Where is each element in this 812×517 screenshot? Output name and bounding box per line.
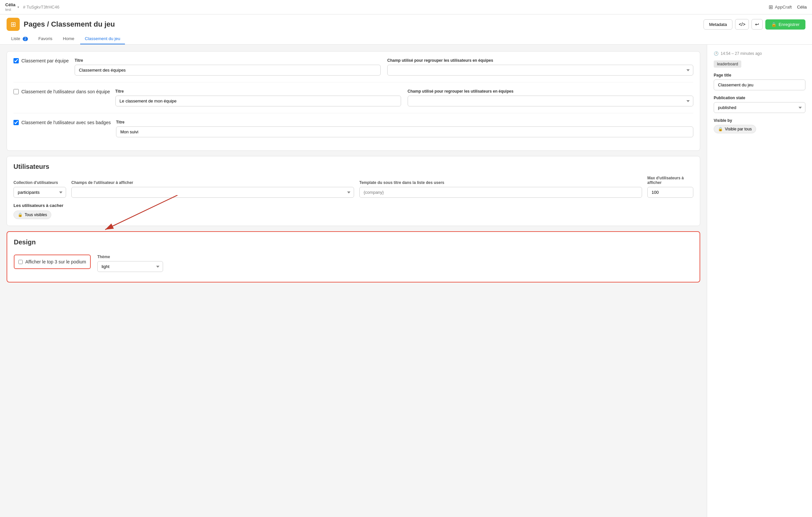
- sidebar-lock-icon: 🔒: [718, 127, 723, 131]
- caches-btn[interactable]: 🔒 Tous visibles: [13, 211, 51, 219]
- badges-titre-label: Titre: [116, 120, 693, 124]
- code-button[interactable]: </>: [735, 19, 749, 30]
- hash-id: # TuSgkvT3frHC46: [23, 5, 59, 9]
- sidebar-publication-select[interactable]: published draft: [714, 102, 806, 113]
- sidebar: 🕐 14:54 – 27 minutes ago leaderboard Pag…: [707, 45, 812, 517]
- utilisateurs-title: Utilisateurs: [13, 163, 693, 171]
- equipe-titre-input[interactable]: [75, 65, 381, 75]
- util-equipe-champ-label: Champ utilisé pour regrouper les utilisa…: [408, 89, 693, 94]
- user-name: Célia: [5, 2, 16, 7]
- utilisateurs-grid: Collection d'utilisateurs participants C…: [13, 176, 693, 198]
- row-equipe: Classement par équipe Titre Champ utilis…: [13, 58, 693, 83]
- equipe-content: Titre Champ utilisé pour regrouper les u…: [75, 58, 693, 75]
- utilisateurs-card: Utilisateurs Collection d'utilisateurs p…: [6, 156, 700, 226]
- theme-select[interactable]: light dark: [97, 261, 163, 272]
- classement-card: Classement par équipe Titre Champ utilis…: [6, 51, 700, 151]
- appcraft-grid-icon: ⊞: [768, 4, 773, 10]
- equipe-titre-label: Titre: [75, 58, 381, 63]
- tabs-nav: Liste 2 Favoris Home Classement du jeu: [6, 33, 806, 44]
- util-equipe-titre-label: Titre: [115, 89, 401, 94]
- save-button[interactable]: 🔒 Enregistrer: [765, 20, 806, 30]
- caches-label: Les utilisateurs à cacher: [13, 203, 693, 208]
- equipe-titre-group: Titre: [75, 58, 381, 75]
- sidebar-visible-field: Visible by 🔒 Visible par tous: [714, 118, 806, 133]
- checkbox-util-equipe[interactable]: [13, 89, 19, 94]
- checkbox-util-equipe-label: Classement de l'utilisateur dans son équ…: [13, 89, 110, 94]
- sidebar-visible-btn-label: Visible par tous: [725, 127, 752, 131]
- design-section-container: Design Afficher le top 3 sur le podium T…: [6, 231, 700, 282]
- page-title-left: ⊞ Pages / Classement du jeu: [6, 18, 115, 31]
- badges-content: Titre: [116, 120, 693, 137]
- sidebar-publication-field: Publication state published draft: [714, 96, 806, 113]
- page-header: ⊞ Pages / Classement du jeu Metadata </>…: [0, 14, 812, 45]
- sidebar-visible-btn[interactable]: 🔒 Visible par tous: [714, 125, 756, 133]
- history-button[interactable]: ↩: [752, 19, 763, 30]
- equipe-champ-select[interactable]: [387, 65, 693, 75]
- champs-select[interactable]: [71, 187, 354, 198]
- save-icon: 🔒: [771, 22, 777, 27]
- sidebar-page-title-input[interactable]: [714, 80, 806, 90]
- page-icon: ⊞: [6, 18, 20, 31]
- podium-checkbox-wrapper[interactable]: Afficher le top 3 sur le podium: [14, 254, 91, 269]
- sidebar-visible-label: Visible by: [714, 118, 806, 123]
- tab-home-label: Home: [63, 36, 74, 41]
- appcraft-logo: ⊞ AppCraft: [768, 4, 792, 10]
- checkbox-badges-label: Classement de l'utilisateur avec ses bad…: [13, 120, 111, 125]
- tab-liste-badge: 2: [23, 37, 28, 41]
- caches-btn-label: Tous visibles: [25, 213, 47, 217]
- badges-titre-group: Titre: [116, 120, 693, 137]
- sidebar-time: 🕐 14:54 – 27 minutes ago: [714, 51, 806, 56]
- tab-classement[interactable]: Classement du jeu: [80, 33, 125, 44]
- champs-label: Champs de l'utilisateur à afficher: [71, 180, 354, 185]
- chevron-down-icon: ▾: [18, 5, 19, 9]
- tab-liste[interactable]: Liste 2: [6, 33, 33, 44]
- page-title-row: ⊞ Pages / Classement du jeu Metadata </>…: [6, 18, 806, 31]
- clock-icon: 🕐: [714, 51, 719, 56]
- tab-favoris-label: Favoris: [38, 36, 53, 41]
- metadata-button[interactable]: Metadata: [703, 20, 732, 30]
- caches-section: Les utilisateurs à cacher 🔒 Tous visible…: [13, 203, 693, 219]
- equipe-champ-label: Champ utilisé pour regrouper les utilisa…: [387, 58, 693, 63]
- nav-left: Célia test ▾ # TuSgkvT3frHC46: [5, 2, 59, 12]
- sidebar-time-text: 14:54 – 27 minutes ago: [721, 51, 762, 56]
- appcraft-label: AppCraft: [775, 5, 792, 9]
- template-label: Template du sous titre dans la liste des…: [359, 180, 642, 185]
- equipe-label-text: Classement par équipe: [21, 58, 69, 63]
- save-label: Enregistrer: [779, 22, 800, 27]
- util-equipe-label-text: Classement de l'utilisateur dans son équ…: [21, 89, 110, 94]
- design-card: Design Afficher le top 3 sur le podium T…: [6, 231, 700, 282]
- util-equipe-titre-group: Titre: [115, 89, 401, 107]
- max-label: Max d'utilisateurs à afficher: [647, 176, 693, 185]
- design-title: Design: [14, 239, 693, 246]
- util-equipe-titre-input[interactable]: [115, 96, 401, 107]
- theme-label: Thème: [97, 254, 163, 259]
- podium-checkbox[interactable]: [19, 260, 23, 264]
- page-title: Pages / Classement du jeu: [24, 20, 115, 29]
- util-equipe-champ-select[interactable]: [408, 96, 693, 107]
- util-equipe-champ-group: Champ utilisé pour regrouper les utilisa…: [408, 89, 693, 107]
- page-actions: Metadata </> ↩ 🔒 Enregistrer: [703, 19, 806, 30]
- page-icon-layers: ⊞: [10, 20, 16, 28]
- tab-home[interactable]: Home: [58, 33, 79, 44]
- user-info: Célia test: [5, 2, 16, 12]
- template-group: Template du sous titre dans la liste des…: [359, 180, 642, 198]
- user-menu[interactable]: Célia test ▾: [5, 2, 19, 12]
- tab-classement-label: Classement du jeu: [85, 36, 120, 41]
- sidebar-page-title-field: Page title: [714, 73, 806, 90]
- row-utilisateur-equipe: Classement de l'utilisateur dans son équ…: [13, 89, 693, 113]
- checkbox-equipe-label: Classement par équipe: [13, 58, 69, 63]
- equipe-champ-group: Champ utilisé pour regrouper les utilisa…: [387, 58, 693, 75]
- content-area: Classement par équipe Titre Champ utilis…: [0, 45, 707, 517]
- collection-select[interactable]: participants: [13, 187, 66, 198]
- checkbox-badges[interactable]: [13, 120, 19, 125]
- template-input[interactable]: [359, 187, 642, 198]
- tab-liste-label: Liste: [11, 36, 20, 41]
- max-input[interactable]: [647, 187, 693, 198]
- design-inner: Afficher le top 3 sur le podium Thème li…: [14, 251, 693, 275]
- max-group: Max d'utilisateurs à afficher: [647, 176, 693, 198]
- row-badges: Classement de l'utilisateur avec ses bad…: [13, 120, 693, 144]
- collection-label: Collection d'utilisateurs: [13, 180, 66, 185]
- checkbox-equipe[interactable]: [13, 58, 19, 63]
- tab-favoris[interactable]: Favoris: [34, 33, 57, 44]
- badges-titre-input[interactable]: [116, 126, 693, 137]
